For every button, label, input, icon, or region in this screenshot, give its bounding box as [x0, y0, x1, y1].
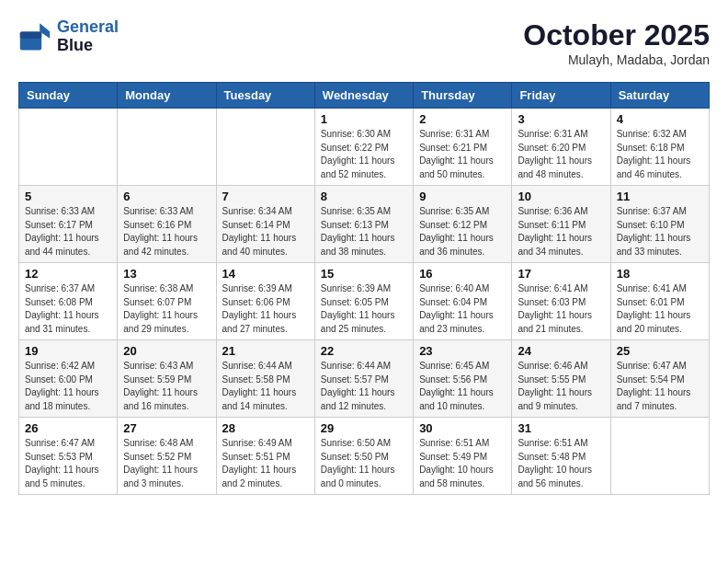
day-number: 31: [518, 421, 604, 435]
calendar-cell: 28Sunrise: 6:49 AM Sunset: 5:51 PM Dayli…: [216, 418, 314, 495]
day-number: 15: [321, 267, 407, 281]
day-number: 3: [518, 112, 604, 126]
day-info: Sunrise: 6:51 AM Sunset: 5:49 PM Dayligh…: [419, 437, 506, 490]
col-header-wednesday: Wednesday: [314, 83, 413, 109]
calendar-week-row: 26Sunrise: 6:47 AM Sunset: 5:53 PM Dayli…: [19, 418, 710, 495]
day-number: 14: [222, 267, 309, 281]
day-info: Sunrise: 6:40 AM Sunset: 6:04 PM Dayligh…: [419, 282, 506, 336]
title-block: October 2025 Mulayh, Madaba, Jordan: [523, 18, 710, 67]
calendar-cell: [216, 109, 314, 186]
day-number: 5: [25, 190, 111, 203]
calendar-cell: 5Sunrise: 6:33 AM Sunset: 6:17 PM Daylig…: [19, 186, 118, 263]
day-info: Sunrise: 6:48 AM Sunset: 5:52 PM Dayligh…: [123, 437, 210, 490]
calendar-cell: 15Sunrise: 6:39 AM Sunset: 6:05 PM Dayli…: [314, 263, 413, 340]
day-info: Sunrise: 6:44 AM Sunset: 5:58 PM Dayligh…: [222, 360, 309, 413]
day-info: Sunrise: 6:51 AM Sunset: 5:48 PM Dayligh…: [518, 437, 604, 490]
day-info: Sunrise: 6:35 AM Sunset: 6:13 PM Dayligh…: [321, 205, 407, 259]
svg-rect-1: [20, 31, 41, 38]
col-header-thursday: Thursday: [414, 83, 512, 109]
calendar-cell: 23Sunrise: 6:45 AM Sunset: 5:56 PM Dayli…: [414, 340, 512, 418]
calendar-week-row: 19Sunrise: 6:42 AM Sunset: 6:00 PM Dayli…: [19, 340, 710, 418]
day-number: 26: [25, 421, 111, 435]
day-info: Sunrise: 6:33 AM Sunset: 6:17 PM Dayligh…: [25, 205, 111, 259]
calendar-cell: 24Sunrise: 6:46 AM Sunset: 5:55 PM Dayli…: [512, 340, 610, 418]
calendar-cell: 25Sunrise: 6:47 AM Sunset: 5:54 PM Dayli…: [610, 340, 709, 418]
day-info: Sunrise: 6:41 AM Sunset: 6:01 PM Dayligh…: [617, 282, 703, 336]
day-number: 18: [617, 267, 703, 281]
day-info: Sunrise: 6:39 AM Sunset: 6:06 PM Dayligh…: [222, 282, 309, 336]
day-number: 21: [222, 344, 309, 358]
day-info: Sunrise: 6:37 AM Sunset: 6:10 PM Dayligh…: [617, 205, 703, 259]
calendar-cell: 3Sunrise: 6:31 AM Sunset: 6:20 PM Daylig…: [512, 109, 610, 186]
calendar-cell: 29Sunrise: 6:50 AM Sunset: 5:50 PM Dayli…: [314, 418, 413, 495]
calendar-cell: 14Sunrise: 6:39 AM Sunset: 6:06 PM Dayli…: [216, 263, 314, 340]
logo-icon: [18, 20, 51, 53]
day-info: Sunrise: 6:42 AM Sunset: 6:00 PM Dayligh…: [25, 360, 111, 413]
day-number: 6: [123, 190, 210, 203]
calendar-cell: 4Sunrise: 6:32 AM Sunset: 6:18 PM Daylig…: [610, 109, 709, 186]
logo-text: General Blue: [57, 18, 119, 55]
col-header-sunday: Sunday: [19, 83, 118, 109]
day-number: 27: [123, 421, 210, 435]
day-number: 4: [617, 112, 703, 126]
calendar-cell: 16Sunrise: 6:40 AM Sunset: 6:04 PM Dayli…: [414, 263, 512, 340]
day-number: 24: [518, 344, 604, 358]
calendar-cell: 6Sunrise: 6:33 AM Sunset: 6:16 PM Daylig…: [118, 186, 216, 263]
day-number: 9: [419, 190, 506, 203]
calendar-week-row: 12Sunrise: 6:37 AM Sunset: 6:08 PM Dayli…: [19, 263, 710, 340]
calendar-cell: [118, 109, 216, 186]
calendar-cell: 22Sunrise: 6:44 AM Sunset: 5:57 PM Dayli…: [314, 340, 413, 418]
calendar-cell: 1Sunrise: 6:30 AM Sunset: 6:22 PM Daylig…: [314, 109, 413, 186]
calendar-cell: 26Sunrise: 6:47 AM Sunset: 5:53 PM Dayli…: [19, 418, 118, 495]
logo: General Blue: [18, 18, 119, 55]
day-info: Sunrise: 6:35 AM Sunset: 6:12 PM Dayligh…: [419, 205, 506, 259]
calendar-cell: 8Sunrise: 6:35 AM Sunset: 6:13 PM Daylig…: [314, 186, 413, 263]
location-subtitle: Mulayh, Madaba, Jordan: [523, 52, 710, 67]
month-title: October 2025: [523, 18, 710, 52]
day-info: Sunrise: 6:44 AM Sunset: 5:57 PM Dayligh…: [321, 360, 407, 413]
day-info: Sunrise: 6:47 AM Sunset: 5:53 PM Dayligh…: [25, 437, 111, 490]
day-info: Sunrise: 6:49 AM Sunset: 5:51 PM Dayligh…: [222, 437, 309, 490]
col-header-saturday: Saturday: [610, 83, 709, 109]
day-info: Sunrise: 6:50 AM Sunset: 5:50 PM Dayligh…: [321, 437, 407, 490]
day-number: 25: [617, 344, 703, 358]
calendar-cell: 12Sunrise: 6:37 AM Sunset: 6:08 PM Dayli…: [19, 263, 118, 340]
calendar-cell: [19, 109, 118, 186]
calendar-cell: 20Sunrise: 6:43 AM Sunset: 5:59 PM Dayli…: [118, 340, 216, 418]
calendar-cell: 18Sunrise: 6:41 AM Sunset: 6:01 PM Dayli…: [610, 263, 709, 340]
day-info: Sunrise: 6:34 AM Sunset: 6:14 PM Dayligh…: [222, 205, 309, 259]
day-info: Sunrise: 6:38 AM Sunset: 6:07 PM Dayligh…: [123, 282, 210, 336]
day-info: Sunrise: 6:32 AM Sunset: 6:18 PM Dayligh…: [617, 128, 703, 181]
day-number: 30: [419, 421, 506, 435]
calendar-cell: 7Sunrise: 6:34 AM Sunset: 6:14 PM Daylig…: [216, 186, 314, 263]
day-info: Sunrise: 6:39 AM Sunset: 6:05 PM Dayligh…: [321, 282, 407, 336]
day-info: Sunrise: 6:33 AM Sunset: 6:16 PM Dayligh…: [123, 205, 210, 259]
day-number: 23: [419, 344, 506, 358]
calendar-cell: 21Sunrise: 6:44 AM Sunset: 5:58 PM Dayli…: [216, 340, 314, 418]
day-number: 13: [123, 267, 210, 281]
day-number: 8: [321, 190, 407, 203]
calendar-header-row: SundayMondayTuesdayWednesdayThursdayFrid…: [19, 83, 710, 109]
col-header-monday: Monday: [118, 83, 216, 109]
page-header: General Blue October 2025 Mulayh, Madaba…: [18, 18, 710, 67]
day-number: 7: [222, 190, 309, 203]
logo-line2: Blue: [57, 37, 119, 55]
calendar-cell: 2Sunrise: 6:31 AM Sunset: 6:21 PM Daylig…: [414, 109, 512, 186]
day-info: Sunrise: 6:45 AM Sunset: 5:56 PM Dayligh…: [419, 360, 506, 413]
calendar-cell: [610, 418, 709, 495]
day-number: 1: [321, 112, 407, 126]
calendar-week-row: 1Sunrise: 6:30 AM Sunset: 6:22 PM Daylig…: [19, 109, 710, 186]
day-info: Sunrise: 6:47 AM Sunset: 5:54 PM Dayligh…: [617, 360, 703, 413]
col-header-tuesday: Tuesday: [216, 83, 314, 109]
calendar-table: SundayMondayTuesdayWednesdayThursdayFrid…: [18, 82, 710, 495]
calendar-cell: 10Sunrise: 6:36 AM Sunset: 6:11 PM Dayli…: [512, 186, 610, 263]
calendar-cell: 19Sunrise: 6:42 AM Sunset: 6:00 PM Dayli…: [19, 340, 118, 418]
calendar-cell: 13Sunrise: 6:38 AM Sunset: 6:07 PM Dayli…: [118, 263, 216, 340]
calendar-week-row: 5Sunrise: 6:33 AM Sunset: 6:17 PM Daylig…: [19, 186, 710, 263]
col-header-friday: Friday: [512, 83, 610, 109]
day-number: 11: [617, 190, 703, 203]
day-info: Sunrise: 6:46 AM Sunset: 5:55 PM Dayligh…: [518, 360, 604, 413]
day-info: Sunrise: 6:37 AM Sunset: 6:08 PM Dayligh…: [25, 282, 111, 336]
calendar-cell: 30Sunrise: 6:51 AM Sunset: 5:49 PM Dayli…: [414, 418, 512, 495]
day-number: 10: [518, 190, 604, 203]
